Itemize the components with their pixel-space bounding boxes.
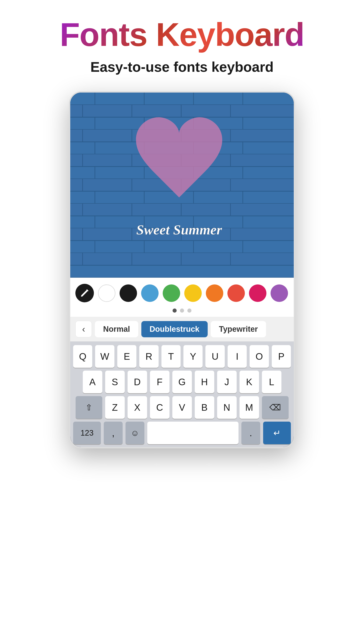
- key-delete[interactable]: ⌫: [262, 396, 289, 419]
- key-space[interactable]: [147, 422, 238, 444]
- key-z[interactable]: Z: [105, 396, 125, 419]
- font-selector-row: ‹ Normal Doublestruck Typewriter: [70, 317, 294, 342]
- key-comma[interactable]: ,: [104, 422, 123, 444]
- back-button[interactable]: ‹: [75, 321, 92, 337]
- font-tab-normal[interactable]: Normal: [95, 321, 138, 337]
- key-w[interactable]: W: [95, 345, 114, 368]
- key-d[interactable]: D: [128, 370, 147, 393]
- color-red[interactable]: [227, 284, 245, 302]
- key-c[interactable]: C: [150, 396, 169, 419]
- key-period[interactable]: .: [241, 422, 260, 444]
- key-a[interactable]: A: [83, 370, 102, 393]
- color-blue[interactable]: [141, 284, 159, 302]
- key-m[interactable]: M: [239, 396, 259, 419]
- key-i[interactable]: I: [228, 345, 247, 368]
- color-pink[interactable]: [249, 284, 266, 302]
- svg-text:Sweet Summer: Sweet Summer: [136, 222, 222, 238]
- key-shift[interactable]: ⇧: [76, 396, 102, 419]
- dot-1: [172, 308, 177, 313]
- svg-rect-73: [70, 241, 294, 253]
- dot-3: [187, 308, 192, 313]
- key-r[interactable]: R: [139, 345, 158, 368]
- key-b[interactable]: B: [195, 396, 214, 419]
- svg-rect-85: [70, 265, 294, 278]
- key-t[interactable]: T: [161, 345, 181, 368]
- key-n[interactable]: N: [217, 396, 237, 419]
- key-k[interactable]: K: [239, 370, 259, 393]
- svg-rect-7: [70, 105, 294, 117]
- key-v[interactable]: V: [172, 396, 192, 419]
- svg-rect-55: [70, 204, 294, 216]
- phone-mockup: Sweet Summer: [69, 91, 295, 448]
- key-s[interactable]: S: [105, 370, 125, 393]
- keyboard-row-4: 123 , ☺ . ↵: [73, 422, 291, 444]
- key-e[interactable]: E: [117, 345, 136, 368]
- key-q[interactable]: Q: [73, 345, 92, 368]
- color-white[interactable]: [98, 284, 116, 302]
- key-f[interactable]: F: [150, 370, 169, 393]
- image-area: Sweet Summer: [70, 93, 294, 278]
- color-picker-row: [70, 278, 294, 308]
- key-emoji[interactable]: ☺: [126, 422, 144, 444]
- key-j[interactable]: J: [217, 370, 237, 393]
- color-green[interactable]: [163, 284, 180, 302]
- font-tab-doublestruck[interactable]: Doublestruck: [141, 321, 208, 337]
- keyboard-row-3: ⇧ Z X C V B N M ⌫: [73, 396, 291, 419]
- app-subtitle: Easy-to-use fonts keyboard: [90, 59, 274, 75]
- keyboard-row-2: A S D F G H J K L: [73, 370, 291, 393]
- keyboard-row-1: Q W E R T Y U I O P: [73, 345, 291, 368]
- key-h[interactable]: H: [195, 370, 214, 393]
- color-purple[interactable]: [271, 284, 288, 302]
- key-u[interactable]: U: [205, 345, 224, 368]
- color-orange[interactable]: [206, 284, 223, 302]
- color-yellow[interactable]: [184, 284, 202, 302]
- dots-indicator: [70, 308, 294, 317]
- key-return[interactable]: ↵: [263, 422, 291, 444]
- key-l[interactable]: L: [262, 370, 281, 393]
- pencil-button[interactable]: [75, 284, 94, 302]
- keyboard-area: Q W E R T Y U I O P A S D F G H J K: [70, 342, 294, 447]
- font-tab-typewriter[interactable]: Typewriter: [211, 321, 266, 337]
- app-title: Fonts Keyboard: [60, 16, 304, 53]
- dot-2: [180, 308, 184, 313]
- svg-rect-79: [70, 253, 294, 265]
- key-g[interactable]: G: [172, 370, 192, 393]
- svg-rect-1: [70, 93, 294, 105]
- key-p[interactable]: P: [272, 345, 291, 368]
- key-x[interactable]: X: [128, 396, 147, 419]
- page-container: Fonts Keyboard Easy-to-use fonts keyboar…: [0, 0, 364, 617]
- key-y[interactable]: Y: [183, 345, 203, 368]
- key-o[interactable]: O: [250, 345, 269, 368]
- color-black[interactable]: [119, 284, 137, 302]
- key-numbers[interactable]: 123: [73, 422, 101, 444]
